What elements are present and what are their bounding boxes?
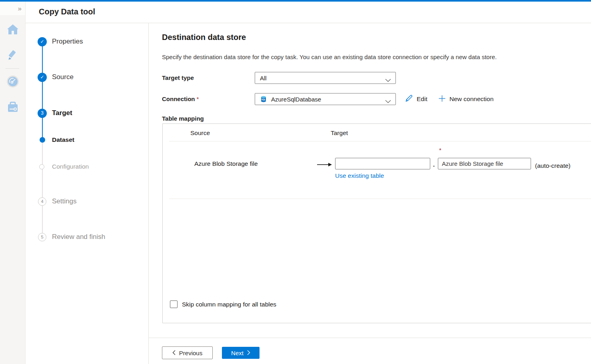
target-type-dropdown[interactable]: All [255,72,396,84]
source-dataset-name: Azure Blob Storage file [194,160,258,167]
skip-column-mapping-row[interactable]: Skip column mapping for all tables [170,300,276,308]
edit-pencil-icon [405,94,413,104]
column-header-target: Target [331,129,348,137]
page-description: Specify the destination data store for t… [162,54,497,60]
app-header: Copy Data tool [26,2,591,23]
use-existing-table-link[interactable]: Use existing table [335,172,384,179]
svg-text:SQL: SQL [262,98,266,101]
chevron-right-icon [247,350,250,356]
page-title: Destination data store [162,33,246,42]
step-completed-check-icon: ✓ [38,73,47,82]
next-button[interactable]: Next [222,347,260,359]
schema-table-dot: . [433,161,435,168]
target-type-value: All [260,75,267,82]
wizard-progress-line-pending [42,140,43,237]
wizard-progress-line-done [42,42,43,140]
wizard-step-target[interactable]: 3 Target [38,108,72,118]
substep-pending-circle-icon [39,164,44,169]
skip-column-mapping-label: Skip column mapping for all tables [182,301,276,308]
target-type-label: Target type [162,72,194,84]
column-header-source: Source [190,129,210,137]
wizard-substep-dataset[interactable]: Dataset [38,135,74,145]
connection-value: AzureSqlDatabase [271,96,321,103]
left-sidebar: » [0,2,26,364]
step-completed-check-icon: ✓ [38,37,47,46]
sidebar-collapse-button[interactable]: » [0,2,25,15]
target-schema-input[interactable] [335,158,430,169]
sidebar-item-author[interactable] [6,49,19,62]
chevron-left-icon [172,350,176,356]
chevron-down-icon [385,77,391,84]
home-icon [6,23,19,37]
next-label: Next [231,350,244,356]
row-separator [169,199,591,199]
chevron-down-icon [385,98,391,105]
double-chevron-icon[interactable]: » [18,5,22,12]
target-table-input[interactable] [438,158,531,169]
previous-button[interactable]: Previous [162,346,213,359]
previous-label: Previous [179,350,202,356]
header-separator [169,141,591,141]
wizard-steps-rail: ✓ Properties ✓ Source 3 Target Dataset C… [26,23,149,364]
copy-data-tool-window: » [0,0,591,364]
sidebar-divider [6,68,19,69]
table-mapping-panel: Source Target Azure Blob Storage file . … [162,123,591,323]
footer-divider [149,338,591,338]
step-number-badge: 3 [38,109,47,118]
wizard-step-properties[interactable]: ✓ Properties [38,37,83,46]
wizard-step-label: Target [52,109,72,117]
step-number-badge: 5 [38,233,46,241]
connection-dropdown[interactable]: SQL AzureSqlDatabase [255,93,396,105]
sql-database-icon: SQL [260,95,267,103]
connection-label: Connection* [162,93,199,105]
wizard-step-label: Dataset [52,136,74,143]
toolbox-icon [6,101,19,115]
wizard-step-label: Review and finish [52,233,105,241]
required-asterisk: * [439,147,441,153]
edit-label: Edit [417,95,427,103]
wizard-step-label: Configuration [52,163,89,170]
app-title: Copy Data tool [39,7,95,16]
mapping-arrow-icon [317,161,332,169]
wizard-step-source[interactable]: ✓ Source [38,72,74,82]
sidebar-item-monitor[interactable] [6,76,19,89]
wizard-step-label: Settings [52,197,76,205]
substep-active-dot-icon [40,137,45,143]
wizard-step-label: Source [52,73,74,81]
new-connection-button[interactable]: New connection [438,93,493,105]
pencil-icon [7,49,19,62]
wizard-step-label: Properties [52,38,83,46]
new-connection-label: New connection [449,95,493,103]
auto-create-note: (auto-create) [535,162,571,169]
wizard-substep-configuration[interactable]: Configuration [38,162,89,171]
skip-column-mapping-checkbox[interactable] [170,300,178,308]
sidebar-item-home[interactable] [6,24,19,36]
wizard-step-review-and-finish[interactable]: 5 Review and finish [38,232,105,242]
edit-connection-button[interactable]: Edit [405,93,427,105]
gauge-icon [6,75,19,90]
sidebar-item-manage[interactable] [6,101,19,114]
wizard-step-settings[interactable]: 4 Settings [38,197,76,206]
table-mapping-label: Table mapping [162,115,204,122]
plus-icon [438,95,446,104]
main-content: Destination data store Specify the desti… [149,23,591,364]
step-number-badge: 4 [38,197,46,206]
required-asterisk: * [197,95,199,102]
